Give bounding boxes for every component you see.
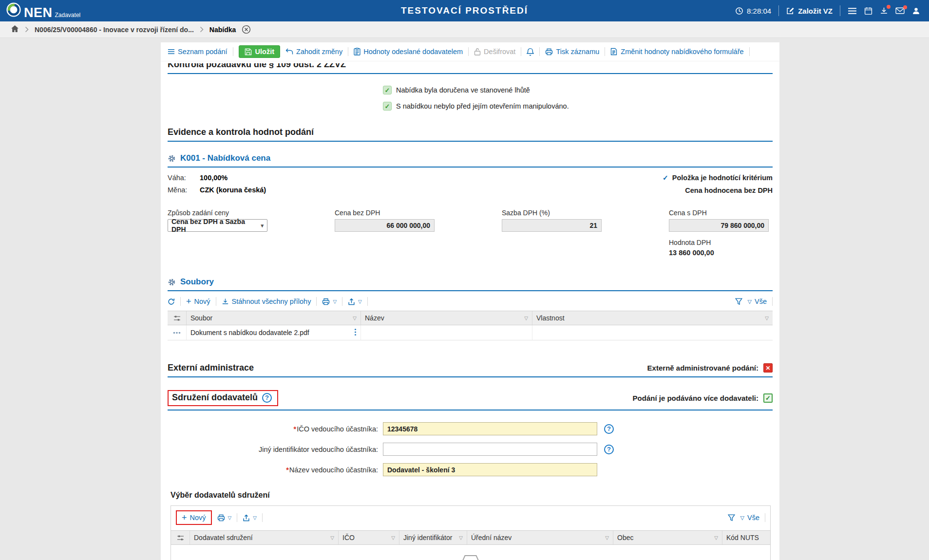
column-header-vlastnost[interactable]: Vlastnost ▽ xyxy=(532,311,773,325)
multi-supplier-checkbox[interactable]: ✓ xyxy=(763,393,773,403)
downloads-button[interactable] xyxy=(880,7,888,15)
section-underline xyxy=(168,141,773,142)
nen-logo-icon xyxy=(6,2,21,18)
clipboard-icon xyxy=(354,48,360,56)
price-excl-vat-field[interactable]: 66 000 000,00 xyxy=(335,219,435,232)
leader-other-id-field[interactable] xyxy=(383,443,597,456)
leader-name-field[interactable]: Dodavatel - školení 3 xyxy=(383,463,597,476)
leader-ico-field[interactable]: 12345678 xyxy=(383,422,597,435)
environment-title: TESTOVACÍ PROSTŘEDÍ xyxy=(401,5,528,16)
save-button[interactable]: Uložit xyxy=(239,45,280,58)
filter-chevron-icon[interactable]: ▽ xyxy=(353,316,357,321)
section-underline xyxy=(168,290,773,291)
download-all-attachments-button[interactable]: Stáhnout všechny přílohy xyxy=(222,298,311,305)
filter-button[interactable] xyxy=(735,298,742,305)
weight-label: Váha: xyxy=(168,174,200,182)
empty-inbox-icon xyxy=(461,554,480,560)
column-header-obec[interactable]: Obec ▽ xyxy=(613,531,722,544)
user-profile-button[interactable] xyxy=(912,7,920,15)
calendar-button[interactable] xyxy=(864,7,872,15)
refresh-button[interactable] xyxy=(168,298,175,305)
chevron-down-icon: ▽ xyxy=(358,299,362,304)
messages-button[interactable] xyxy=(895,7,905,14)
export-button[interactable]: ▽ xyxy=(243,514,257,522)
print-list-button[interactable]: ▽ xyxy=(217,514,232,522)
filter-chevron-icon[interactable]: ▽ xyxy=(605,535,609,541)
discard-changes-button[interactable]: Zahodit změny xyxy=(285,48,342,56)
files-heading: Soubory xyxy=(168,277,773,287)
supplier-values-button[interactable]: Hodnoty odeslané dodavatelem xyxy=(354,48,463,56)
chevron-down-icon: ▽ xyxy=(253,515,257,521)
column-header-uredni-nazev[interactable]: Úřední název ▽ xyxy=(467,531,613,544)
vat-rate-field[interactable]: 21 xyxy=(502,219,602,232)
print-record-button[interactable]: Tisk záznamu xyxy=(545,48,599,56)
submission-list-button[interactable]: Seznam podání xyxy=(168,48,228,56)
external-admin-section: Externí administrace Externě administrov… xyxy=(168,363,773,373)
help-icon[interactable]: ? xyxy=(604,445,614,454)
menu-button[interactable] xyxy=(848,7,857,15)
filter-chevron-icon[interactable]: ▽ xyxy=(765,316,769,321)
chevron-down-icon: ▽ xyxy=(333,299,337,304)
funnel-icon xyxy=(735,298,742,305)
export-icon xyxy=(243,514,250,522)
filter-chevron-icon[interactable]: ▽ xyxy=(714,535,718,541)
divider xyxy=(348,47,348,56)
show-all-button[interactable]: ▽ Vše xyxy=(748,298,767,305)
close-tab-button[interactable] xyxy=(242,25,251,34)
price-incl-vat-label: Cena s DPH xyxy=(669,209,769,217)
filter-chevron-icon[interactable]: ▽ xyxy=(391,535,395,541)
file-name[interactable]: Dokument s nabídkou dodavatele 2.pdf xyxy=(190,329,309,336)
row-handle[interactable] xyxy=(168,325,186,340)
create-vz-button[interactable]: Založit VZ xyxy=(786,7,833,15)
divider xyxy=(342,297,342,306)
new-file-button[interactable]: + Nový xyxy=(186,297,210,306)
session-clock: 8:28:04 xyxy=(735,7,771,15)
filter-chevron-icon[interactable]: ▽ xyxy=(459,535,463,541)
k001-title: K001 - Nabídková cena xyxy=(180,153,270,163)
filter-chevron-icon[interactable]: ▽ xyxy=(524,316,528,321)
new-supplier-button[interactable]: + Nový xyxy=(176,510,212,525)
column-header-kod-nuts[interactable]: Kód NUTS xyxy=(722,531,770,544)
chevron-right-icon xyxy=(200,26,204,33)
valuation-note: Cena hodnocena bez DPH xyxy=(685,187,773,194)
print-list-button[interactable]: ▽ xyxy=(322,298,337,305)
column-header-dodavatel[interactable]: Dodavatel sdružení ▽ xyxy=(190,531,338,544)
filter-chevron-icon[interactable]: ▽ xyxy=(330,535,334,541)
table-settings-button[interactable] xyxy=(168,311,186,325)
change-form-values-button[interactable]: Změnit hodnoty nabídkového formuláře xyxy=(610,48,743,56)
breadcrumb: N006/25/V00004860 - Inovace v rozvoji ří… xyxy=(0,21,929,38)
column-header-ico[interactable]: IČO ▽ xyxy=(338,531,399,544)
divider xyxy=(216,297,216,306)
bell-icon xyxy=(527,48,534,56)
vat-amount-label: Hodnota DPH xyxy=(669,239,769,246)
brand[interactable]: NEN Zadavatel xyxy=(6,2,80,19)
weight-value: 100,00% xyxy=(200,174,228,182)
breadcrumb-procurement-link[interactable]: N006/25/V00004860 - Inovace v rozvoji ří… xyxy=(35,26,194,34)
decrypt-button[interactable]: Dešifrovat xyxy=(474,48,515,56)
table-row[interactable]: Dokument s nabídkou dodavatele 2.pdf xyxy=(168,325,773,340)
plus-icon: + xyxy=(186,297,191,306)
external-admin-checkbox[interactable]: ✕ xyxy=(763,363,773,373)
column-header-soubor[interactable]: Soubor ▽ xyxy=(186,311,360,325)
show-all-button[interactable]: ▽ Vše xyxy=(740,514,759,522)
column-header-nazev[interactable]: Název ▽ xyxy=(360,311,532,325)
column-header-jiny-identifikator[interactable]: Jiný identifikátor ▽ xyxy=(399,531,467,544)
divider xyxy=(468,47,469,56)
help-icon[interactable]: ? xyxy=(262,393,272,403)
notifications-bell-button[interactable] xyxy=(527,48,534,56)
table-settings-button[interactable] xyxy=(171,531,190,544)
filter-button[interactable] xyxy=(728,514,735,521)
unlock-icon xyxy=(474,48,481,56)
divider xyxy=(772,297,773,306)
printer-icon xyxy=(545,48,553,56)
price-incl-vat-field[interactable]: 79 860 000,00 xyxy=(669,219,769,232)
breadcrumb-current-tab: Nabídka xyxy=(209,26,236,34)
section-underline xyxy=(168,73,773,74)
home-button[interactable] xyxy=(11,25,19,34)
help-icon[interactable]: ? xyxy=(604,424,614,434)
price-entry-mode-select[interactable]: Cena bez DPH a Sazba DPH ▾ xyxy=(168,219,267,232)
check-item: ✓ Nabídka byla doručena ve stanovené lhů… xyxy=(383,86,773,94)
row-menu-button[interactable] xyxy=(354,328,357,337)
hamburger-icon xyxy=(848,7,857,15)
export-button[interactable]: ▽ xyxy=(348,298,362,305)
